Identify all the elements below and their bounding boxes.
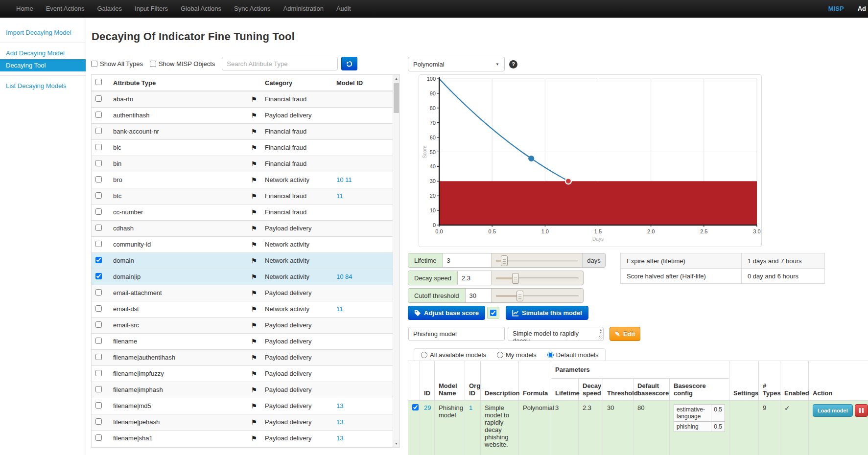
attribute-select-checkbox[interactable] xyxy=(95,434,102,441)
attribute-select-checkbox[interactable] xyxy=(95,257,102,263)
flag-icon[interactable]: ⚑ xyxy=(251,160,257,168)
model-description-textarea[interactable]: Simple model to rapidly decay xyxy=(508,327,604,341)
attribute-select-checkbox[interactable] xyxy=(95,402,102,409)
attribute-select-checkbox[interactable] xyxy=(95,95,102,102)
model-id-link[interactable]: 10 xyxy=(336,176,343,183)
flag-icon[interactable]: ⚑ xyxy=(251,144,257,152)
formula-select[interactable]: Polynomial ▼ xyxy=(408,57,505,71)
flag-icon[interactable]: ⚑ xyxy=(251,321,257,329)
sidebar-item-list-decaying-models[interactable]: List Decaying Models xyxy=(0,80,86,92)
flag-icon[interactable]: ⚑ xyxy=(251,208,257,216)
attribute-table-scrollbar[interactable]: ▲ ▼ xyxy=(393,75,399,447)
model-id-link[interactable]: 11 xyxy=(345,176,352,183)
model-id-link[interactable]: 29 xyxy=(424,404,431,411)
attribute-select-checkbox[interactable] xyxy=(95,208,102,215)
flag-icon[interactable]: ⚑ xyxy=(251,354,257,362)
attribute-select-checkbox[interactable] xyxy=(95,144,102,150)
attribute-select-checkbox[interactable] xyxy=(95,386,102,392)
model-filter-radio[interactable] xyxy=(421,352,427,358)
attribute-select-checkbox[interactable] xyxy=(95,192,102,199)
model-filter-option[interactable]: Default models xyxy=(547,351,599,359)
nav-item-galaxies[interactable]: Galaxies xyxy=(91,0,128,18)
slider-value-input[interactable] xyxy=(443,253,492,267)
textarea-scroll-arrows-icon[interactable]: ▲▼ xyxy=(599,328,602,334)
flag-icon[interactable]: ⚑ xyxy=(251,128,257,136)
slider-handle[interactable] xyxy=(501,255,508,266)
nav-item-home[interactable]: Home xyxy=(10,0,40,18)
attribute-select-checkbox[interactable] xyxy=(95,289,102,296)
attribute-select-checkbox[interactable] xyxy=(95,241,102,247)
nav-item-event-actions[interactable]: Event Actions xyxy=(40,0,91,18)
model-id-link[interactable]: 84 xyxy=(345,273,352,280)
nav-item-sync-actions[interactable]: Sync Actions xyxy=(228,0,277,18)
load-model-button[interactable]: Load model xyxy=(813,404,853,417)
scrollbar-thumb[interactable] xyxy=(394,83,399,113)
show-misp-objects-label[interactable]: Show MISP Objects xyxy=(159,60,215,68)
slider-track[interactable] xyxy=(496,260,578,262)
nav-item-administration[interactable]: Administration xyxy=(277,0,330,18)
flag-icon[interactable]: ⚑ xyxy=(251,434,257,442)
attribute-select-checkbox[interactable] xyxy=(95,321,102,328)
flag-icon[interactable]: ⚑ xyxy=(251,95,257,103)
sidebar-item-decaying-tool[interactable]: Decaying Tool xyxy=(0,59,86,71)
flag-icon[interactable]: ⚑ xyxy=(251,418,257,426)
model-filter-option[interactable]: My models xyxy=(497,351,537,359)
model-id-link[interactable]: 13 xyxy=(336,402,343,410)
slider-track-zone[interactable] xyxy=(492,289,583,302)
slider-track-zone[interactable] xyxy=(492,253,582,267)
flag-icon[interactable]: ⚑ xyxy=(251,370,257,378)
flag-icon[interactable]: ⚑ xyxy=(251,176,257,184)
nav-item-global-actions[interactable]: Global Actions xyxy=(174,0,228,18)
misp-brand[interactable]: MISP xyxy=(828,5,844,12)
flag-icon[interactable]: ⚑ xyxy=(251,305,257,313)
attribute-select-checkbox[interactable] xyxy=(95,370,102,376)
slider-handle[interactable] xyxy=(516,291,523,301)
flag-icon[interactable]: ⚑ xyxy=(251,192,257,200)
user-menu[interactable]: Ad xyxy=(858,5,866,12)
attribute-select-checkbox[interactable] xyxy=(95,176,102,182)
model-id-link[interactable]: 11 xyxy=(336,192,343,200)
show-all-types-label[interactable]: Show All Types xyxy=(100,60,143,68)
select-all-checkbox[interactable] xyxy=(95,79,102,85)
refresh-button[interactable] xyxy=(341,57,357,70)
flag-icon[interactable]: ⚑ xyxy=(251,273,257,281)
slider-track[interactable] xyxy=(496,277,579,279)
flag-icon[interactable]: ⚑ xyxy=(251,289,257,297)
attribute-select-checkbox[interactable] xyxy=(95,273,102,279)
show-misp-objects-checkbox[interactable] xyxy=(150,61,156,67)
model-filter-radio[interactable] xyxy=(547,352,554,358)
slider-value-input[interactable] xyxy=(458,271,492,285)
edit-model-button[interactable]: ✎ Edit xyxy=(610,327,640,341)
slider-track-zone[interactable] xyxy=(492,271,583,285)
nav-item-audit[interactable]: Audit xyxy=(330,0,357,18)
attribute-select-checkbox[interactable] xyxy=(95,160,102,166)
model-id-link[interactable]: 13 xyxy=(336,418,343,426)
attribute-select-checkbox[interactable] xyxy=(95,112,102,118)
slider-value-input[interactable] xyxy=(466,289,492,302)
model-id-link[interactable]: 11 xyxy=(336,305,343,313)
search-input[interactable] xyxy=(222,57,338,70)
scroll-down-arrow-icon[interactable]: ▼ xyxy=(393,440,399,447)
sidebar-item-add-decaying-model[interactable]: Add Decaying Model xyxy=(0,47,86,59)
show-all-types-checkbox[interactable] xyxy=(91,61,97,67)
slider-handle[interactable] xyxy=(512,273,519,284)
model-filter-option[interactable]: All available models xyxy=(421,351,486,359)
simulate-model-button[interactable]: Simulate this model xyxy=(506,306,588,320)
model-id-link[interactable]: 13 xyxy=(336,434,343,442)
sidebar-item-import-decaying-model[interactable]: Import Decaying Model xyxy=(0,26,86,39)
attribute-select-checkbox[interactable] xyxy=(95,338,102,344)
pause-model-button[interactable] xyxy=(855,404,868,417)
nav-item-input-filters[interactable]: Input Filters xyxy=(128,0,174,18)
slider-track[interactable] xyxy=(496,295,579,297)
org-id-link[interactable]: 1 xyxy=(469,404,472,411)
adjust-base-score-button[interactable]: Adjust base score xyxy=(408,306,485,320)
attribute-select-checkbox[interactable] xyxy=(95,354,102,360)
model-name-input[interactable] xyxy=(408,327,505,341)
flag-icon[interactable]: ⚑ xyxy=(251,257,257,265)
attribute-select-checkbox[interactable] xyxy=(95,128,102,134)
attribute-select-checkbox[interactable] xyxy=(95,305,102,312)
flag-icon[interactable]: ⚑ xyxy=(251,338,257,345)
model-select-checkbox[interactable] xyxy=(412,404,419,410)
flag-icon[interactable]: ⚑ xyxy=(251,386,257,394)
attribute-select-checkbox[interactable] xyxy=(95,225,102,231)
